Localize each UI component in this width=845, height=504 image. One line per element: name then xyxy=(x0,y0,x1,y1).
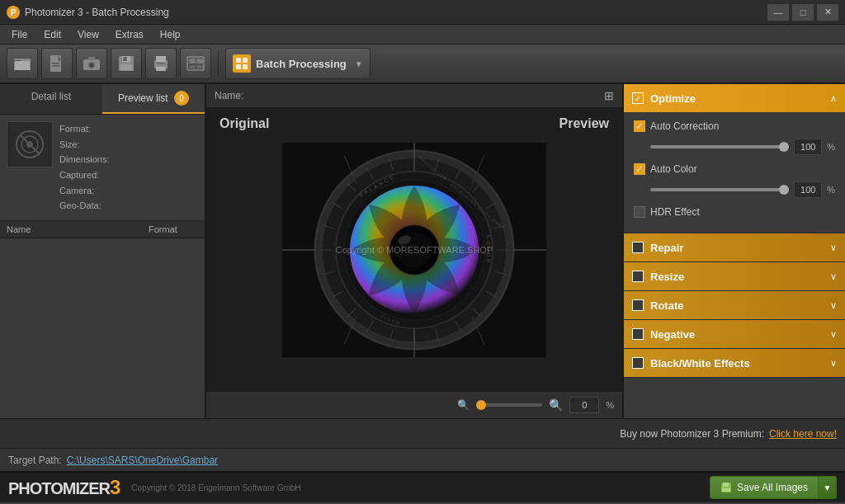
zoom-out-icon[interactable]: 🔍 xyxy=(457,399,470,411)
tab-preview-list[interactable]: Preview list 0 xyxy=(102,84,205,114)
auto-color-slider-row: 100 % xyxy=(634,181,835,198)
close-button[interactable]: ✕ xyxy=(817,4,838,21)
accordion-blackwhite-header[interactable]: Black/White Effects ∨ xyxy=(624,349,845,377)
blackwhite-checkbox[interactable] xyxy=(632,357,644,369)
auto-color-slider[interactable] xyxy=(650,188,789,191)
negative-arrow: ∨ xyxy=(830,329,837,340)
auto-correction-checkbox[interactable]: ✓ xyxy=(634,120,645,132)
column-format: Format xyxy=(149,224,198,234)
accordion-resize-header[interactable]: Resize ∨ xyxy=(624,262,845,290)
watermark: Copyright © MORESOFTWARE.SHOP xyxy=(336,245,493,255)
title-bar-left: P Photomizer 3 - Batch Processing xyxy=(7,6,169,19)
resize-checkbox[interactable] xyxy=(632,271,644,282)
maximize-button[interactable]: □ xyxy=(792,4,814,21)
auto-correction-label: Auto Correction xyxy=(650,120,719,132)
repair-checkbox[interactable] xyxy=(632,242,644,253)
optimize-arrow: ∧ xyxy=(830,93,837,104)
open-file-button[interactable] xyxy=(41,48,73,79)
zoom-unit: % xyxy=(606,400,614,410)
svg-point-11 xyxy=(90,64,94,68)
blackwhite-arrow: ∨ xyxy=(830,358,837,369)
accordion-resize: Resize ∨ xyxy=(624,262,845,291)
save-button[interactable] xyxy=(111,48,142,79)
svg-rect-29 xyxy=(243,64,248,69)
target-path[interactable]: C:\Users\SARS\OneDrive\Gambar xyxy=(67,455,218,466)
captured-row: Captured: xyxy=(59,167,110,183)
zoom-slider[interactable] xyxy=(476,403,542,407)
rotate-checkbox[interactable] xyxy=(632,299,644,311)
zoom-in-icon[interactable]: 🔍 xyxy=(549,398,563,412)
camera-row: Camera: xyxy=(59,183,110,199)
batch-dropdown-arrow: ▼ xyxy=(355,59,363,68)
batch-processing-label: Batch Processing xyxy=(256,58,347,70)
save-all-images-button[interactable]: Save All Images xyxy=(710,476,819,499)
batch-processing-button[interactable]: Batch Processing ▼ xyxy=(225,48,371,79)
save-dropdown-button[interactable]: ▼ xyxy=(819,476,837,499)
column-headers: Name Format xyxy=(0,221,205,238)
blackwhite-label: Black/White Effects xyxy=(650,357,824,370)
tab-detail-list[interactable]: Detail list xyxy=(0,84,102,114)
target-bar: Target Path: C:\Users\SARS\OneDrive\Gamb… xyxy=(0,448,845,471)
expand-icon[interactable]: ⊞ xyxy=(604,89,614,102)
window-title: Photomizer 3 - Batch Processing xyxy=(25,7,169,18)
svg-rect-18 xyxy=(156,56,166,62)
accordion-repair-header[interactable]: Repair ∨ xyxy=(624,233,845,261)
svg-rect-12 xyxy=(88,57,95,60)
camera-button[interactable] xyxy=(76,48,107,79)
auto-correction-slider[interactable] xyxy=(650,145,789,148)
accordion-optimize-header[interactable]: ✓ Optimize ∧ xyxy=(624,84,845,112)
auto-color-row: ✓ Auto Color xyxy=(634,163,835,175)
original-label: Original xyxy=(220,116,269,131)
window-controls: — □ ✕ xyxy=(767,4,838,21)
center-panel: Name: ⊞ Original Preview xyxy=(206,84,622,418)
open-folder-button[interactable] xyxy=(7,48,38,79)
hdr-effect-row: HDR Effect xyxy=(634,206,835,218)
accordion-rotate: Rotate ∨ xyxy=(624,291,845,320)
file-meta: Format: Size: Dimensions: Captured: Came… xyxy=(59,121,110,214)
auto-correction-value: 100 xyxy=(794,139,822,155)
accordion-rotate-header[interactable]: Rotate ∨ xyxy=(624,291,845,319)
menu-edit[interactable]: Edit xyxy=(35,27,69,42)
accordion-blackwhite: Black/White Effects ∨ xyxy=(624,349,845,378)
menu-file[interactable]: File xyxy=(3,27,35,42)
toolbar-separator xyxy=(218,50,219,77)
copyright-text: Copyright © 2018 Engelmann Software GmbH xyxy=(131,483,300,492)
save-icon xyxy=(720,482,732,493)
title-bar: P Photomizer 3 - Batch Processing — □ ✕ xyxy=(0,0,845,25)
file-list[interactable] xyxy=(0,238,205,418)
main-content: Detail list Preview list 0 Format: Size:… xyxy=(0,84,845,418)
negative-checkbox[interactable] xyxy=(632,328,644,340)
geodata-row: Geo-Data: xyxy=(59,198,110,214)
svg-rect-27 xyxy=(243,58,248,63)
auto-color-unit: % xyxy=(827,185,835,195)
auto-color-label: Auto Color xyxy=(650,163,697,175)
accordion-repair: Repair ∨ xyxy=(624,233,845,262)
resize-arrow: ∨ xyxy=(830,271,837,282)
print-button[interactable] xyxy=(145,48,177,79)
menu-help[interactable]: Help xyxy=(152,27,189,42)
optimize-checkbox[interactable]: ✓ xyxy=(632,92,644,104)
svg-rect-20 xyxy=(157,63,165,64)
svg-rect-22 xyxy=(189,59,196,64)
menu-view[interactable]: View xyxy=(69,27,107,42)
svg-rect-82 xyxy=(722,488,730,492)
file-preview-area: Format: Size: Dimensions: Captured: Came… xyxy=(0,115,205,221)
svg-rect-7 xyxy=(52,63,59,64)
zoom-value-display: 0 xyxy=(569,397,599,413)
svg-rect-15 xyxy=(123,57,127,61)
format-row: Format: xyxy=(59,121,110,137)
right-panel: ✓ Optimize ∧ ✓ Auto Correction 100 % ✓ xyxy=(622,84,845,418)
name-label: Name: xyxy=(215,90,243,101)
window-button[interactable] xyxy=(180,48,211,79)
left-panel: Detail list Preview list 0 Format: Size:… xyxy=(0,84,206,418)
preview-footer: 🔍 🔍 0 % xyxy=(206,391,622,418)
minimize-button[interactable]: — xyxy=(767,4,789,21)
buy-link[interactable]: Click here now! xyxy=(769,428,837,440)
accordion-negative-header[interactable]: Negative ∨ xyxy=(624,320,845,348)
svg-rect-26 xyxy=(236,58,241,63)
target-label: Target Path: xyxy=(8,455,62,466)
auto-color-checkbox[interactable]: ✓ xyxy=(634,163,645,175)
svg-rect-24 xyxy=(189,65,196,68)
menu-extras[interactable]: Extras xyxy=(107,27,152,42)
hdr-effect-checkbox[interactable] xyxy=(634,206,645,218)
